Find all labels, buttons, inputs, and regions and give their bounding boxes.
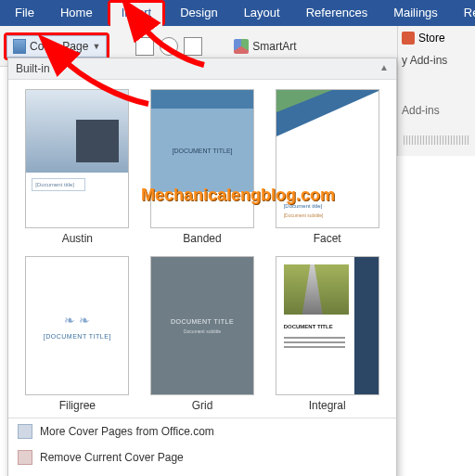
menu-more-label: More Cover Pages from Office.com xyxy=(40,425,214,438)
preview-banded: [DOCUMENT TITLE] xyxy=(150,89,254,228)
shape-circle-icon[interactable] xyxy=(160,37,178,56)
tab-file[interactable]: File xyxy=(2,0,47,26)
my-addins-button[interactable]: y Add-ins xyxy=(398,50,475,71)
shapes-group xyxy=(135,37,202,56)
tab-references[interactable]: References xyxy=(293,0,380,26)
chevron-down-icon: ▼ xyxy=(92,42,100,51)
thumb-facet[interactable]: [Document title] [Document subtitle] Fac… xyxy=(269,89,385,245)
gallery-menu: More Cover Pages from Office.com Remove … xyxy=(8,418,396,476)
ruler-fragment xyxy=(404,135,469,145)
cover-page-label: Cover Page xyxy=(30,40,88,53)
preview-grid: DOCUMENT TITLE Document subtitle xyxy=(150,256,254,395)
integral-doc-title: DOCUMENT TITLE xyxy=(284,324,333,329)
banded-doc-title: [DOCUMENT TITLE] xyxy=(151,109,253,192)
cover-page-button[interactable]: Cover Page ▼ xyxy=(6,35,107,58)
menu-more-cover-pages[interactable]: More Cover Pages from Office.com xyxy=(8,418,396,444)
store-label: Store xyxy=(418,32,445,45)
gallery-thumbs: [Document title] Austin [DOCUMENT TITLE]… xyxy=(8,80,396,418)
preview-facet: [Document title] [Document subtitle] xyxy=(276,89,379,228)
highlight-insert: Insert xyxy=(108,0,166,26)
tab-mailings[interactable]: Mailings xyxy=(380,0,451,26)
right-panel: Store y Add-ins Add-ins xyxy=(397,26,475,156)
gallery-header-label: Built-in xyxy=(16,62,50,75)
more-icon xyxy=(18,424,32,439)
facet-doc-title: [Document title] xyxy=(284,203,323,209)
preview-integral: DOCUMENT TITLE xyxy=(276,256,379,395)
tab-home[interactable]: Home xyxy=(47,0,106,26)
ornament-icon: ❧ ❧ xyxy=(64,313,90,328)
thumb-label-austin: Austin xyxy=(62,232,93,245)
ribbon-tabbar: File Home Insert Design Layout Reference… xyxy=(0,0,475,26)
gallery-header: Built-in ▲ xyxy=(8,58,396,80)
thumb-filigree[interactable]: ❧ ❧ [DOCUMENT TITLE] Filigree xyxy=(19,256,135,412)
cover-page-gallery: Built-in ▲ [Document title] Austin [DOCU… xyxy=(7,58,397,476)
facet-doc-subtitle: [Document subtitle] xyxy=(284,212,324,218)
grid-doc-title: DOCUMENT TITLE xyxy=(171,318,234,325)
smartart-label: SmartArt xyxy=(252,40,296,53)
thumb-label-banded: Banded xyxy=(183,232,221,245)
thumb-label-facet: Facet xyxy=(314,232,341,245)
preview-austin: [Document title] xyxy=(25,89,129,228)
menu-remove-label: Remove Current Cover Page xyxy=(40,451,184,464)
remove-icon xyxy=(18,450,32,465)
scroll-up-icon[interactable]: ▲ xyxy=(379,62,389,75)
preview-filigree: ❧ ❧ [DOCUMENT TITLE] xyxy=(25,256,129,395)
thumb-banded[interactable]: [DOCUMENT TITLE] Banded xyxy=(145,89,261,245)
cover-page-icon xyxy=(13,39,26,54)
thumb-label-filigree: Filigree xyxy=(59,399,96,412)
tab-layout[interactable]: Layout xyxy=(231,0,293,26)
store-button[interactable]: Store xyxy=(398,26,475,50)
thumb-label-grid: Grid xyxy=(192,399,213,412)
filigree-doc-title: [DOCUMENT TITLE] xyxy=(44,333,111,340)
smartart-button[interactable]: SmartArt xyxy=(234,39,296,54)
thumb-label-integral: Integral xyxy=(309,399,346,412)
grid-doc-subtitle: Document subtitle xyxy=(184,328,221,334)
thumb-grid[interactable]: DOCUMENT TITLE Document subtitle Grid xyxy=(145,256,261,412)
highlight-cover-page: Cover Page ▼ xyxy=(4,32,109,60)
shape-rectangle-icon[interactable] xyxy=(135,37,154,56)
austin-doc-title: [Document title] xyxy=(32,178,85,191)
thumb-austin[interactable]: [Document title] Austin xyxy=(19,89,135,245)
tab-review[interactable]: Revie xyxy=(451,0,475,26)
thumb-integral[interactable]: DOCUMENT TITLE Integral xyxy=(269,256,385,412)
addins-group-label: Add-ins xyxy=(398,100,475,121)
tab-design[interactable]: Design xyxy=(167,0,230,26)
smartart-icon xyxy=(234,39,249,54)
menu-save-selection: Save Selection to Cover Page Gallery... xyxy=(8,470,396,476)
tab-insert[interactable]: Insert xyxy=(110,3,163,26)
menu-remove-cover-page[interactable]: Remove Current Cover Page xyxy=(8,444,396,470)
store-icon xyxy=(402,32,415,45)
shape-square-icon[interactable] xyxy=(184,37,202,56)
